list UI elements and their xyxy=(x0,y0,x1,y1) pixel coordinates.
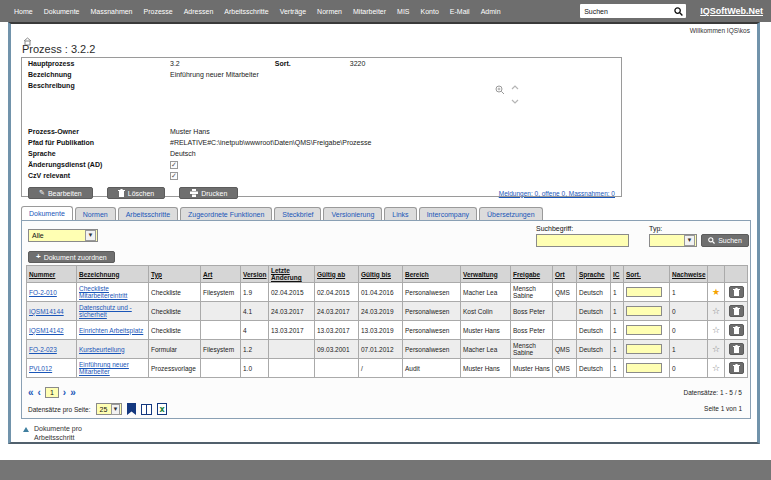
next-page-button[interactable]: › xyxy=(63,388,66,398)
last-page-button[interactable]: » xyxy=(70,388,76,398)
search-icon[interactable] xyxy=(674,7,683,16)
excel-export-icon[interactable]: x xyxy=(157,403,167,415)
trash-icon xyxy=(733,307,740,315)
filter-alle-select[interactable]: Alle ▼ xyxy=(28,229,98,242)
nav-item-massnahmen[interactable]: Massnahmen xyxy=(90,8,132,15)
nummer-link[interactable]: FO-2-010 xyxy=(29,289,57,296)
cell-ort xyxy=(553,321,577,340)
star-outline-icon[interactable]: ☆ xyxy=(712,306,720,316)
delete-row-button[interactable] xyxy=(729,324,744,336)
suchen-button[interactable]: Suchen xyxy=(701,234,749,247)
delete-row-button[interactable] xyxy=(729,343,744,355)
column-sort-link[interactable]: Letzte Änderung xyxy=(271,267,302,281)
nav-item-e-mail[interactable]: E-Mail xyxy=(450,8,470,15)
nav-item-adressen[interactable]: Adressen xyxy=(184,8,214,15)
nav-item-konto[interactable]: Konto xyxy=(421,8,439,15)
nummer-link[interactable]: IQSM14142 xyxy=(29,327,64,334)
current-page-indicator[interactable]: 1 xyxy=(45,387,59,398)
nummer-link[interactable]: PVL012 xyxy=(29,365,52,372)
brand-logo[interactable]: IQSoftWeb.Net xyxy=(700,6,763,16)
column-header: Art xyxy=(201,266,241,283)
cell-ort xyxy=(553,302,577,321)
column-header: Bereich xyxy=(403,266,461,283)
bezeichnung-link[interactable]: Einführung neuer Mitarbeiter xyxy=(79,361,129,375)
meldungen-link[interactable]: Meldungen: 0, offene 0, Massnahmen: 0 xyxy=(499,190,615,197)
nummer-link[interactable]: IQSM14144 xyxy=(29,308,64,315)
nav-item-mis[interactable]: MIS xyxy=(397,8,409,15)
scroll-up-icon[interactable] xyxy=(511,85,519,90)
delete-row-button[interactable] xyxy=(729,286,744,298)
column-sort-link[interactable]: Sort. xyxy=(626,271,641,278)
nav-item-home[interactable]: Home xyxy=(14,8,33,15)
column-sort-link[interactable]: Nachweise xyxy=(672,271,706,278)
zoom-icon[interactable] xyxy=(495,85,505,95)
tab-intercompany[interactable]: Intercompany xyxy=(419,207,477,220)
column-sort-link[interactable]: Ort xyxy=(555,271,565,278)
column-sort-link[interactable]: Gültig ab xyxy=(317,271,345,278)
sort-input[interactable] xyxy=(626,344,662,354)
print-button[interactable]: Drucken xyxy=(179,187,238,199)
nummer-link[interactable]: FO-2-023 xyxy=(29,346,57,353)
tab-steckbrief[interactable]: Steckbrief xyxy=(274,207,321,220)
tab-zugeordnete-funktionen[interactable]: Zugeordnete Funktionen xyxy=(180,207,272,220)
tab-dokumente[interactable]: Dokumente xyxy=(21,206,73,220)
edit-button[interactable]: ✎ Bearbeiten xyxy=(28,187,93,199)
column-sort-link[interactable]: Bereich xyxy=(405,271,429,278)
pfad-label: Pfad für Publikation xyxy=(28,139,170,146)
nav-item-arbeitsschritte[interactable]: Arbeitsschritte xyxy=(224,8,268,15)
sort-input[interactable] xyxy=(626,306,662,316)
tab--bersetzungen[interactable]: Übersetzungen xyxy=(479,207,542,220)
add-document-button[interactable]: + Dokument zuordnen xyxy=(28,251,115,263)
column-sort-link[interactable]: Nummer xyxy=(29,271,55,278)
column-sort-link[interactable]: Gültig bis xyxy=(361,271,391,278)
nav-item-prozesse[interactable]: Prozesse xyxy=(144,8,173,15)
column-sort-link[interactable]: IC xyxy=(613,271,620,278)
section-dokumente-pro-arbeitsschritt[interactable]: Dokumente pro Arbeitsschritt xyxy=(23,424,104,442)
tab-arbeitsschritte[interactable]: Arbeitsschritte xyxy=(118,207,178,220)
tab-links[interactable]: Links xyxy=(384,207,416,220)
star-outline-icon[interactable]: ☆ xyxy=(712,363,720,373)
column-sort-link[interactable]: Typ xyxy=(151,271,162,278)
star-filled-icon[interactable]: ★ xyxy=(712,287,720,297)
bezeichnung-link[interactable]: Checkliste Mitarbeitereintritt xyxy=(79,285,127,299)
sort-input[interactable] xyxy=(626,363,662,373)
nav-item-vertr-ge[interactable]: Verträge xyxy=(280,8,306,15)
tab-versionierung[interactable]: Versionierung xyxy=(323,207,382,220)
welcome-text: Willkommen IQS\kos xyxy=(690,27,750,34)
column-header-empty xyxy=(708,266,725,283)
cell-bezeichnung: Checkliste Mitarbeitereintritt xyxy=(77,283,149,302)
nav-item-admin[interactable]: Admin xyxy=(481,8,501,15)
column-sort-link[interactable]: Art xyxy=(203,271,212,278)
first-page-button[interactable]: « xyxy=(28,388,34,398)
nav-item-dokumente[interactable]: Dokumente xyxy=(44,8,80,15)
nav-item-normen[interactable]: Normen xyxy=(317,8,342,15)
bezeichnung-link[interactable]: Kursbeurteilung xyxy=(79,346,125,353)
scroll-down-icon[interactable] xyxy=(511,99,519,104)
columns-icon[interactable] xyxy=(141,404,152,415)
column-sort-link[interactable]: Freigabe xyxy=(513,271,540,278)
bezeichnung-link[interactable]: Einrichten Arbeitsplatz xyxy=(79,327,143,334)
sort-input[interactable] xyxy=(626,325,662,335)
search-input[interactable] xyxy=(584,8,674,15)
star-outline-icon[interactable]: ☆ xyxy=(712,344,720,354)
column-header: Freigabe xyxy=(511,266,553,283)
column-sort-link[interactable]: Verwaltung xyxy=(463,271,498,278)
delete-button[interactable]: Löschen xyxy=(107,187,165,199)
bookmark-icon[interactable] xyxy=(127,403,136,415)
sort-input[interactable] xyxy=(626,287,662,297)
typ-select[interactable]: ▼ xyxy=(649,234,697,247)
per-page-select[interactable]: 25 ▼ xyxy=(96,403,122,415)
cell-bezeichnung: Datenschutz und -sicherheit xyxy=(77,302,149,321)
delete-row-button[interactable] xyxy=(729,362,744,374)
delete-row-button[interactable] xyxy=(729,305,744,317)
nav-item-mitarbeiter[interactable]: Mitarbeiter xyxy=(353,8,386,15)
tab-normen[interactable]: Normen xyxy=(75,207,116,220)
table-row: FO-2-010Checkliste MitarbeitereintrittCh… xyxy=(27,283,748,302)
column-sort-link[interactable]: Sprache xyxy=(579,271,605,278)
suchbegriff-input[interactable] xyxy=(536,234,629,247)
bezeichnung-link[interactable]: Datenschutz und -sicherheit xyxy=(79,304,132,318)
prev-page-button[interactable]: ‹ xyxy=(38,388,41,398)
star-outline-icon[interactable]: ☆ xyxy=(712,325,720,335)
column-sort-link[interactable]: Bezeichnung xyxy=(79,271,119,278)
column-sort-link[interactable]: Version xyxy=(243,271,266,278)
